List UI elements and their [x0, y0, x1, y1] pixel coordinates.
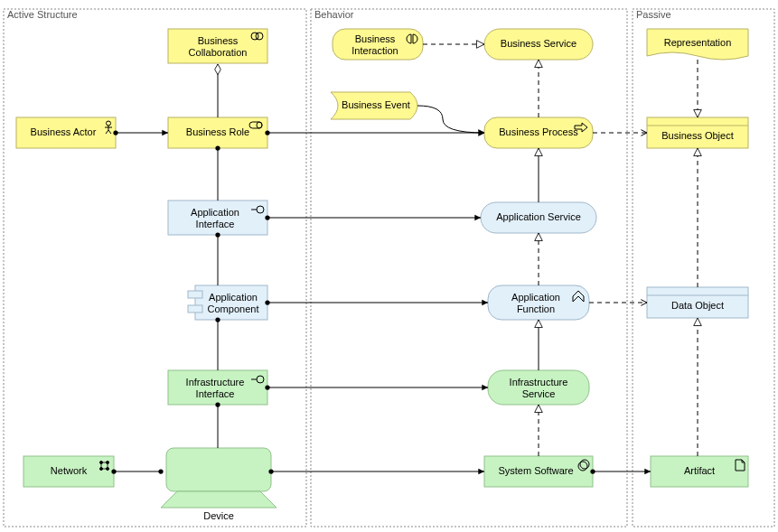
- svg-text:Business Actor: Business Actor: [31, 126, 97, 137]
- svg-rect-40: [188, 291, 202, 298]
- svg-text:Business Role: Business Role: [186, 126, 249, 137]
- svg-text:Business Event: Business Event: [342, 99, 410, 110]
- group-behavior-label: Behavior: [314, 9, 354, 20]
- group-passive-label: Passive: [636, 9, 671, 20]
- node-device[interactable]: Device: [161, 448, 277, 521]
- svg-text:Collaboration: Collaboration: [189, 47, 248, 58]
- svg-rect-68: [166, 448, 271, 491]
- node-business-event[interactable]: Business Event: [331, 92, 417, 119]
- node-business-process[interactable]: Business Process: [484, 117, 593, 148]
- node-business-collaboration[interactable]: Business Collaboration: [168, 29, 267, 63]
- node-application-component[interactable]: Application Component: [188, 285, 267, 320]
- svg-text:Infrastructure: Infrastructure: [510, 377, 568, 387]
- svg-text:Artifact: Artifact: [684, 465, 715, 476]
- group-passive: Passive: [633, 9, 774, 527]
- node-system-software[interactable]: System Software: [484, 456, 593, 487]
- svg-text:Application: Application: [209, 292, 258, 303]
- svg-text:Component: Component: [208, 303, 259, 314]
- svg-text:Interface: Interface: [196, 388, 235, 399]
- node-application-function[interactable]: Application Function: [488, 285, 589, 320]
- node-network[interactable]: Network: [23, 456, 114, 487]
- node-business-service[interactable]: Business Service: [484, 29, 593, 60]
- svg-text:Business Object: Business Object: [661, 130, 733, 141]
- svg-text:Service: Service: [522, 388, 556, 399]
- svg-text:Function: Function: [517, 303, 555, 314]
- svg-text:Business Process: Business Process: [499, 126, 578, 137]
- node-artifact[interactable]: Artifact: [651, 456, 748, 487]
- svg-text:Business: Business: [198, 35, 239, 46]
- node-application-interface[interactable]: Application Interface: [168, 201, 267, 235]
- svg-text:Device: Device: [203, 510, 234, 521]
- archimate-diagram: Active Structure Behavior Passive Busine…: [0, 0, 778, 532]
- svg-text:Network: Network: [51, 465, 88, 476]
- svg-text:Application Service: Application Service: [496, 211, 581, 222]
- svg-text:Business Service: Business Service: [501, 38, 576, 49]
- node-representation[interactable]: Representation: [647, 29, 748, 60]
- svg-rect-3: [633, 9, 774, 527]
- node-infrastructure-interface[interactable]: Infrastructure Interface: [168, 370, 267, 405]
- svg-text:System Software: System Software: [498, 465, 573, 476]
- group-active-label: Active Structure: [7, 9, 78, 20]
- node-business-role[interactable]: Business Role: [168, 117, 267, 148]
- svg-text:Data Object: Data Object: [671, 300, 724, 311]
- svg-text:Interaction: Interaction: [352, 45, 398, 56]
- node-business-object[interactable]: Business Object: [647, 117, 748, 148]
- svg-text:Business: Business: [355, 33, 396, 44]
- svg-rect-2: [311, 9, 627, 527]
- node-application-service[interactable]: Application Service: [481, 202, 596, 233]
- svg-text:Representation: Representation: [664, 37, 732, 48]
- node-data-object[interactable]: Data Object: [647, 287, 748, 318]
- svg-rect-41: [188, 305, 202, 313]
- svg-text:Application: Application: [511, 292, 560, 303]
- node-business-actor[interactable]: Business Actor: [16, 117, 116, 148]
- group-behavior: Behavior: [311, 9, 627, 527]
- node-business-interaction[interactable]: Business Interaction: [333, 29, 423, 60]
- svg-text:Application: Application: [191, 207, 239, 218]
- node-infrastructure-service[interactable]: Infrastructure Service: [488, 370, 589, 405]
- svg-text:Interface: Interface: [196, 219, 235, 229]
- svg-text:Infrastructure: Infrastructure: [186, 377, 245, 387]
